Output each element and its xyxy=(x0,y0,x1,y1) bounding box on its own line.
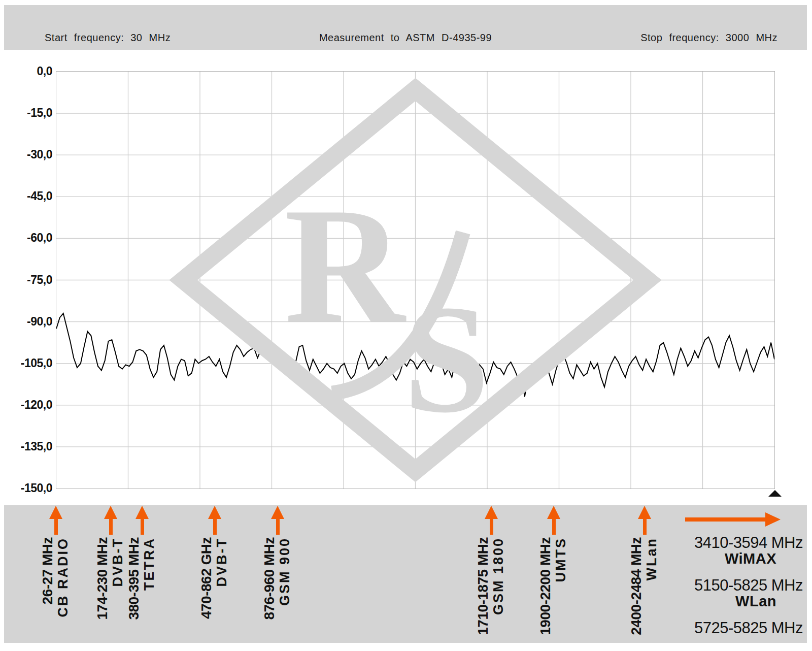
band-service-name: CB RADIO xyxy=(55,537,71,617)
y-tick-label: -90,0 xyxy=(0,315,52,328)
band-marker-label: 2400-2484 MHzWLan xyxy=(628,537,660,635)
band-marker-label: 876-960 MHzGSM 900 xyxy=(261,537,293,620)
band-service-name: GSM 1800 xyxy=(491,537,506,635)
legend-range: 3410-3594 MHz xyxy=(675,534,803,551)
band-marker-label: 380-395 MHzTETRA xyxy=(126,537,157,620)
up-arrow-stem xyxy=(109,518,113,535)
legend-range: 5150-5825 MHz xyxy=(675,577,803,594)
svg-text:R: R xyxy=(284,173,407,358)
band-frequency-range: 470-862 GHz xyxy=(198,537,214,619)
up-arrow-stem xyxy=(490,518,493,535)
y-tick-label: 0,0 xyxy=(0,65,52,77)
y-tick-label: -30,0 xyxy=(0,148,52,160)
up-arrow-icon xyxy=(547,506,560,519)
y-tick-label: -60,0 xyxy=(0,232,52,244)
band-frequency-range: 876-960 MHz xyxy=(261,537,277,620)
y-tick-label: -15,0 xyxy=(0,107,52,119)
y-tick-label: -150,0 xyxy=(0,482,52,494)
band-service-name: GSM 900 xyxy=(277,537,293,620)
spectrum-plot-area: R S xyxy=(56,71,775,489)
band-frequency-range: 2400-2484 MHz xyxy=(628,537,644,635)
up-arrow-icon xyxy=(271,506,284,519)
up-arrow-icon xyxy=(49,506,62,519)
band-service-name: WLan xyxy=(644,537,660,635)
axis-end-marker-icon xyxy=(768,490,782,497)
band-marker-label: 174-230 MHzDVB-T xyxy=(94,537,126,620)
y-tick-label: -135,0 xyxy=(0,440,52,452)
legend-range: 5725-5825 MHz xyxy=(675,620,803,636)
band-service-name: DVB-T xyxy=(110,537,126,620)
band-frequency-range: 1900-2200 MHz xyxy=(537,537,553,635)
legend-item: 3410-3594 MHz WiMAX xyxy=(675,534,803,566)
legend-service: WiMAX xyxy=(675,551,803,566)
band-marker-label: 470-862 GHzDVB-T xyxy=(198,537,230,619)
legend-item: 5725-5825 MHz xyxy=(675,620,803,636)
up-arrow-icon xyxy=(485,506,498,519)
up-arrow-icon xyxy=(104,506,117,519)
up-arrow-stem xyxy=(276,518,280,535)
out-of-range-bands-legend: 3410-3594 MHz WiMAX 5150-5825 MHz WLan 5… xyxy=(675,534,803,647)
y-tick-label: -105,0 xyxy=(0,357,52,369)
y-tick-label: -120,0 xyxy=(0,399,52,411)
up-arrow-icon xyxy=(136,506,149,519)
band-frequency-range: 174-230 MHz xyxy=(94,537,110,620)
band-service-name: TETRA xyxy=(142,537,157,620)
band-marker-label: 26-27 MHzCB RADIO xyxy=(40,537,71,617)
band-marker-label: 1900-2200 MHzUMTS xyxy=(537,537,569,635)
band-frequency-range: 26-27 MHz xyxy=(40,537,55,617)
band-frequency-range: 380-395 MHz xyxy=(126,537,142,620)
y-tick-label: -75,0 xyxy=(0,274,52,286)
band-frequency-range: 1710-1875 MHz xyxy=(475,537,491,635)
up-arrow-stem xyxy=(552,518,556,535)
rohde-schwarz-logo: R S xyxy=(56,72,774,489)
up-arrow-stem xyxy=(643,518,647,535)
right-arrow-stem xyxy=(685,517,766,522)
up-arrow-stem xyxy=(54,518,58,535)
up-arrow-stem xyxy=(213,518,217,535)
stop-frequency-label: Stop frequency: 3000 MHz xyxy=(640,32,777,44)
legend-item: 5150-5825 MHz WLan xyxy=(675,577,803,609)
band-service-name: UMTS xyxy=(553,537,569,635)
up-arrow-icon xyxy=(208,506,221,519)
right-arrow-icon xyxy=(765,512,781,527)
band-service-name: DVB-T xyxy=(214,537,230,619)
band-marker-label: 1710-1875 MHzGSM 1800 xyxy=(475,537,506,635)
measurement-screen: Measurement to ASTM D-4935-99 Start freq… xyxy=(0,0,812,651)
y-tick-label: -45,0 xyxy=(0,190,52,202)
up-arrow-icon xyxy=(638,506,651,519)
legend-service: WLan xyxy=(675,594,803,609)
up-arrow-stem xyxy=(141,518,144,535)
header-band: Measurement to ASTM D-4935-99 Start freq… xyxy=(4,5,807,50)
start-frequency-label: Start frequency: 30 MHz xyxy=(45,32,171,44)
